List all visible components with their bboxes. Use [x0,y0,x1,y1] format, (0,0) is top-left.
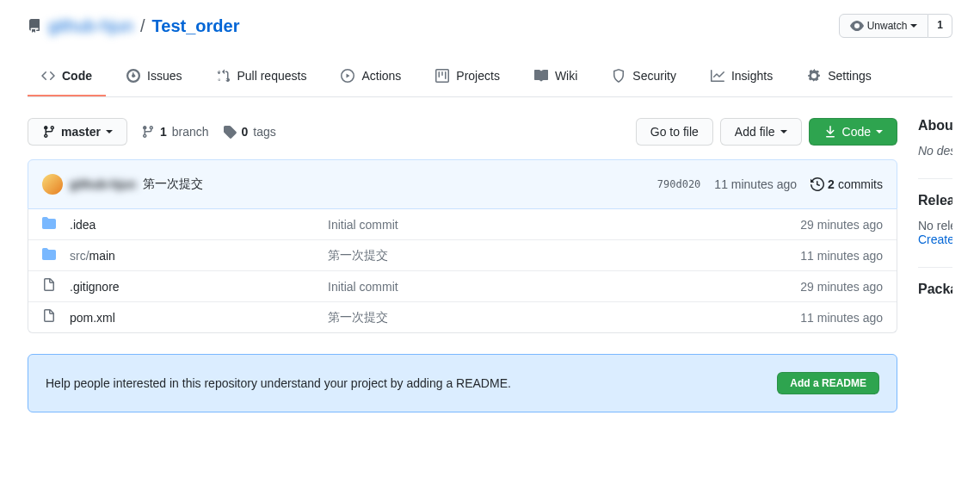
pull-request-icon [216,69,230,83]
commits-link[interactable]: 2 commits [811,177,883,191]
chevron-down-icon [780,130,787,137]
file-name[interactable]: .idea [70,218,328,232]
create-release-link[interactable]: Create a new release [918,232,952,246]
project-icon [435,69,449,83]
path-separator: / [140,16,145,36]
readme-prompt: Help people interested in this repositor… [28,354,897,412]
file-name[interactable]: .gitignore [70,280,328,294]
add-readme-button[interactable]: Add a README [777,372,879,394]
tags-link[interactable]: 0 tags [223,125,276,139]
unwatch-button[interactable]: Unwatch [839,14,929,38]
commit-author[interactable]: github-hjun [70,177,136,191]
code-button[interactable]: Code [809,118,897,146]
folder-icon [42,247,56,264]
file-commit-message[interactable]: 第一次提交 [328,310,800,326]
latest-commit: github-hjun 第一次提交 790d020 11 minutes ago… [28,159,897,209]
branch-switcher[interactable]: master [28,118,127,146]
file-row: pom.xml第一次提交11 minutes ago [28,301,897,332]
file-list: .ideaInitial commit29 minutes agosrc/mai… [28,209,897,333]
tab-actions[interactable]: Actions [327,62,415,96]
add-file-button[interactable]: Add file [720,118,802,146]
file-commit-message[interactable]: Initial commit [328,218,800,232]
repo-owner-link[interactable]: github-hjun [48,16,133,36]
tab-security[interactable]: Security [598,62,690,96]
file-row: .ideaInitial commit29 minutes ago [28,209,897,239]
code-icon [41,69,55,83]
tag-icon [223,125,237,139]
branch-current: master [61,125,101,139]
play-icon [341,69,354,83]
branches-link[interactable]: 1 branch [141,125,209,139]
file-icon [42,278,56,294]
file-row: .gitignoreInitial commit29 minutes ago [28,270,897,301]
chevron-down-icon [910,24,917,31]
book-icon [534,69,548,83]
chevron-down-icon [876,130,883,137]
file-commit-message[interactable]: 第一次提交 [328,248,800,264]
issues-icon [126,69,140,83]
commit-time: 11 minutes ago [714,177,797,191]
avatar[interactable] [42,174,63,195]
file-icon [42,309,56,326]
tab-wiki[interactable]: Wiki [521,62,591,96]
file-name[interactable]: src/main [70,249,328,263]
branch-icon [42,125,56,139]
packages-heading: Packages [918,282,952,297]
svg-point-1 [132,74,135,78]
chevron-down-icon [106,130,113,137]
tab-insights[interactable]: Insights [697,62,786,96]
go-to-file-button[interactable]: Go to file [636,118,713,146]
tab-pull-requests[interactable]: Pull requests [202,62,320,96]
tab-code[interactable]: Code [28,62,106,96]
file-time: 29 minutes ago [800,218,883,232]
divider [918,267,952,268]
tab-projects[interactable]: Projects [422,62,514,96]
folder-icon [42,216,56,232]
shield-icon [612,69,626,83]
gear-icon [807,69,821,83]
divider [918,178,952,179]
repo-nav: Code Issues Pull requests Actions Projec… [28,62,952,97]
file-time: 11 minutes ago [800,311,883,325]
commit-message[interactable]: 第一次提交 [143,177,203,192]
repo-name-link[interactable]: Test_order [152,16,240,36]
graph-icon [711,69,724,83]
unwatch-label: Unwatch [867,20,908,32]
history-icon [811,177,824,191]
tab-settings[interactable]: Settings [793,62,885,96]
file-time: 29 minutes ago [800,280,883,294]
releases-empty: No releases published [918,219,952,232]
watch-count[interactable]: 1 [928,14,952,38]
readme-prompt-text: Help people interested in this repositor… [46,376,511,390]
file-name[interactable]: pom.xml [70,311,328,325]
eye-icon [850,19,864,33]
tab-issues[interactable]: Issues [113,62,195,96]
branch-icon [141,125,155,139]
file-commit-message[interactable]: Initial commit [328,280,800,294]
releases-heading: Releases [918,193,952,208]
about-heading: About [918,118,952,133]
download-icon [823,125,837,139]
file-row: src/main第一次提交11 minutes ago [28,239,897,270]
file-time: 11 minutes ago [800,249,883,263]
commit-sha[interactable]: 790d020 [657,178,701,190]
repo-title: github-hjun / Test_order [28,16,239,36]
repo-icon [28,19,41,33]
about-text: No description, website, or topics provi… [918,144,952,158]
